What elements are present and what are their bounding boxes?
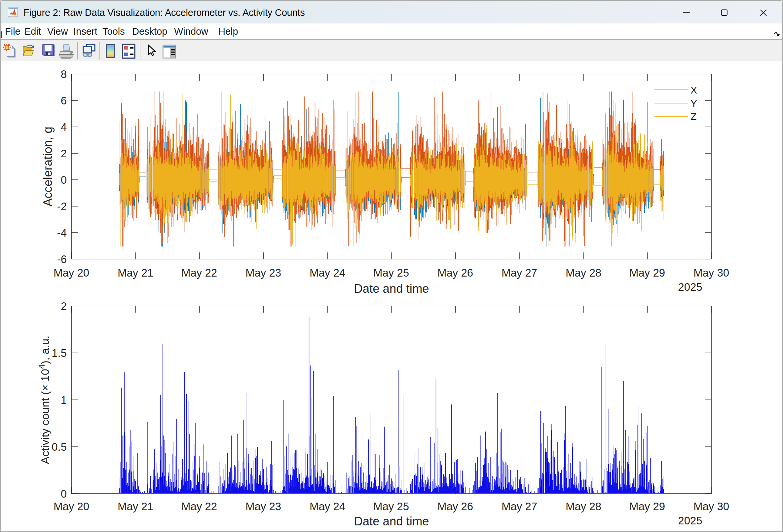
svg-text:8: 8	[61, 68, 67, 80]
svg-text:May 21: May 21	[118, 267, 153, 279]
svg-text:May 24: May 24	[310, 267, 345, 279]
svg-text:0: 0	[61, 174, 67, 186]
svg-text:X: X	[690, 85, 697, 95]
svg-text:Acceleration, g: Acceleration, g	[41, 127, 55, 206]
svg-text:-6: -6	[57, 253, 67, 265]
svg-text:May 23: May 23	[246, 500, 281, 512]
svg-text:May 24: May 24	[310, 500, 345, 512]
svg-text:1.5: 1.5	[52, 347, 67, 359]
svg-text:0.5: 0.5	[52, 441, 67, 453]
svg-text:May 22: May 22	[181, 267, 217, 279]
svg-text:6: 6	[61, 94, 67, 107]
svg-text:May 23: May 23	[246, 267, 281, 279]
svg-text:2025: 2025	[678, 281, 702, 293]
svg-text:Date and time: Date and time	[354, 282, 429, 295]
svg-text:May 28: May 28	[566, 500, 601, 512]
svg-text:May 29: May 29	[629, 500, 665, 512]
svg-text:May 21: May 21	[118, 500, 153, 512]
svg-text:2: 2	[61, 147, 67, 160]
svg-text:Activity count (× 104), a.u.: Activity count (× 104), a.u.	[37, 335, 51, 464]
svg-text:Z: Z	[690, 111, 696, 122]
svg-text:May 20: May 20	[54, 267, 89, 279]
svg-text:Date and time: Date and time	[354, 514, 429, 528]
svg-text:Y: Y	[690, 98, 697, 109]
svg-text:-2: -2	[57, 200, 67, 213]
svg-text:4: 4	[61, 121, 67, 133]
svg-text:May 27: May 27	[502, 267, 537, 279]
svg-text:May 26: May 26	[437, 500, 473, 512]
svg-text:May 30: May 30	[693, 267, 729, 279]
svg-text:May 20: May 20	[54, 500, 89, 512]
svg-text:May 26: May 26	[437, 267, 473, 279]
svg-text:May 25: May 25	[373, 267, 409, 279]
svg-text:0: 0	[61, 488, 67, 500]
svg-text:May 27: May 27	[502, 500, 537, 512]
svg-text:May 22: May 22	[181, 500, 217, 512]
svg-text:1: 1	[61, 394, 67, 406]
svg-text:May 25: May 25	[373, 500, 409, 512]
svg-text:May 28: May 28	[566, 267, 601, 279]
svg-text:2: 2	[61, 300, 67, 312]
svg-text:May 30: May 30	[693, 500, 729, 512]
svg-text:2025: 2025	[678, 514, 702, 527]
svg-text:May 29: May 29	[629, 267, 665, 279]
svg-text:-4: -4	[57, 227, 67, 239]
